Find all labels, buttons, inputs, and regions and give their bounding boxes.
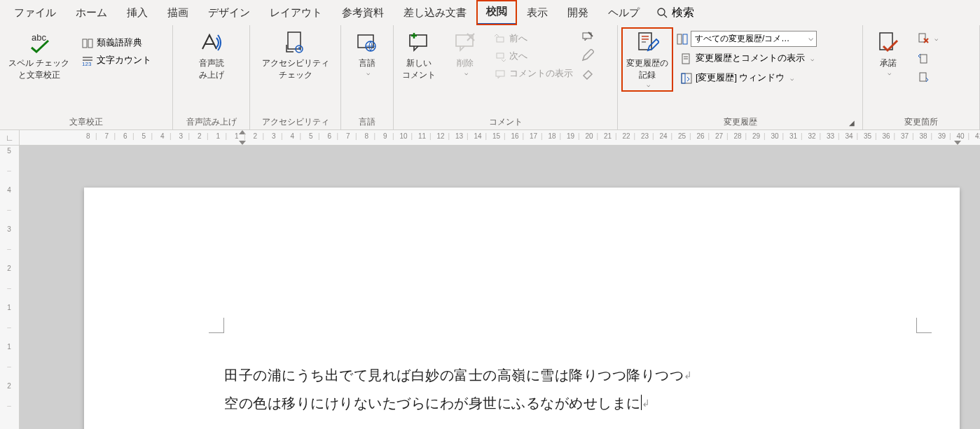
ruler-tick: 27 [715,132,723,140]
show-comments-button[interactable]: コメントの表示 [490,66,577,82]
ruler-minor-tick: | [392,132,394,140]
tab-help[interactable]: ヘルプ [598,1,649,24]
vruler-minor-tick: – [4,402,14,409]
tab-review[interactable]: 校閲 [476,0,517,25]
prev-change-icon [918,52,929,64]
next-change-button[interactable] [913,70,942,85]
spell-check-button[interactable]: abc スペル チェック と文章校正 [4,28,74,84]
svg-rect-4 [88,39,92,48]
tab-selector[interactable]: ∟ [0,130,20,146]
ruler-tick: 7 [346,132,350,140]
group-label-accessibility: アクセシビリティ [254,114,336,129]
accessibility-check-button[interactable]: アクセシビリティ チェック [258,28,333,84]
ink-comment-icon[interactable] [581,31,594,43]
reject-button[interactable]: ⌵ [913,31,942,46]
thesaurus-button[interactable]: 類義語辞典 [78,35,156,51]
track-changes-button[interactable]: 変更履歴の 記録⌵ [622,28,672,91]
vruler-minor-tick: – [4,363,14,370]
svg-rect-41 [920,55,927,63]
ruler-minor-tick: | [170,132,172,140]
tab-mailings[interactable]: 差し込み文書 [394,1,476,24]
ruler-minor-tick: | [151,132,153,140]
ruler-minor-tick: | [188,132,191,140]
next-comment-button[interactable]: 次へ [490,48,577,64]
ruler-tick: 7 [105,132,109,140]
svg-text:123: 123 [82,61,92,66]
svg-rect-36 [682,73,685,83]
ruler-tick: 3 [272,132,276,140]
search-box[interactable]: 検索 [649,1,701,25]
dialog-launcher-tracking[interactable]: ◢ [848,119,856,127]
right-indent-marker[interactable] [954,141,961,145]
tab-insert[interactable]: 挿入 [117,1,158,24]
ruler-minor-tick: | [300,132,302,140]
ruler-minor-tick: | [337,132,339,140]
word-count-button[interactable]: 123 文字カウント [78,52,156,69]
prev-change-button[interactable] [913,50,942,66]
delete-comment-button[interactable]: 削除⌵ [444,28,486,79]
reviewing-pane-button[interactable]: [変更履歴] ウィンドウ⌵ [677,70,818,86]
ruler-tick: 25 [678,132,686,140]
thesaurus-label: 類義語辞典 [97,37,142,49]
read-aloud-button[interactable]: 音声読 み上げ [191,28,233,84]
track-changes-icon [635,31,659,55]
show-comments-icon [495,69,506,80]
language-label: 言語 [359,57,375,69]
ruler-minor-tick: | [485,132,488,140]
ruler-tick: 41 [975,132,980,140]
display-for-review-icon [677,34,688,45]
horizontal-ruler[interactable]: 8|7|6|5|4|3|2|1|1|2|3|4|5|6|7|8|9|10|11|… [20,130,980,146]
prev-comment-button[interactable]: 前へ [490,31,577,47]
ribbon: abc スペル チェック と文章校正 類義語辞典 123 文字カウント 文章校正… [0,25,980,130]
track-changes-label: 変更履歴の 記録 [626,57,668,81]
accept-button[interactable]: 承諾⌵ [867,28,909,79]
vruler-tick: 1 [4,343,14,351]
group-accessibility: アクセシビリティ チェック アクセシビリティ [250,25,341,129]
ruler-tick: 5 [142,132,146,140]
tab-layout[interactable]: レイアウト [260,1,332,24]
next-comment-label: 次へ [509,50,527,62]
tab-references[interactable]: 参考資料 [332,1,394,24]
ruler-tick: 17 [530,132,537,140]
tab-draw[interactable]: 描画 [158,1,198,24]
spell-check-label: スペル チェック と文章校正 [8,57,69,81]
document-body[interactable]: 田子の浦にうち出でて見れば白妙の富士の高嶺に雪は降りつつ降りつつ↲ 空の色は移り… [224,361,693,417]
ruler-minor-tick: | [560,132,562,140]
display-for-review-combo[interactable]: すべての変更履歴/コメ… [691,31,817,47]
ruler-minor-tick: | [708,132,710,140]
tab-file[interactable]: ファイル [4,1,66,24]
ruler-minor-tick: | [207,132,209,140]
hanging-indent-marker[interactable] [239,141,246,145]
ruler-minor-tick: | [226,132,228,140]
eraser-icon[interactable] [581,67,594,80]
ruler-tick: 9 [383,132,387,140]
tab-design[interactable]: デザイン [198,1,260,24]
ruler-tick: 40 [957,132,965,140]
language-button[interactable]: 言語⌵ [346,28,388,79]
tab-developer[interactable]: 開発 [558,1,598,24]
ruler-tick: 2 [254,132,258,140]
ruler-minor-tick: | [820,132,822,140]
group-proofing: abc スペル チェック と文章校正 類義語辞典 123 文字カウント 文章校正 [0,25,173,129]
spell-check-icon: abc [27,31,51,55]
ruler-minor-tick: | [597,132,599,140]
tab-view[interactable]: 表示 [517,1,558,24]
ruler-minor-tick: | [671,132,673,140]
pen-icon[interactable] [581,49,594,62]
ruler-tick: 10 [400,132,408,140]
ruler-tick: 37 [901,132,909,140]
ruler-minor-tick: | [263,132,265,140]
tab-home[interactable]: ホーム [66,1,117,24]
ruler-tick: 4 [160,132,165,140]
vruler-tick: 1 [4,304,14,311]
new-comment-button[interactable]: 新しい コメント [398,28,440,84]
document-canvas[interactable]: 田子の浦にうち出でて見れば白妙の富士の高嶺に雪は降りつつ降りつつ↲ 空の色は移り… [20,146,980,429]
prev-comment-icon [495,34,506,45]
group-label-comments: コメント [398,114,613,129]
vertical-ruler[interactable]: 5–4–3–2–1–1–2– [0,146,20,429]
ruler-tick: 18 [548,132,556,140]
ruler-minor-tick: | [764,132,766,140]
show-markup-button[interactable]: 変更履歴とコメントの表示⌵ [677,50,818,66]
delete-comment-icon [453,31,477,55]
ruler-minor-tick: | [689,132,691,140]
